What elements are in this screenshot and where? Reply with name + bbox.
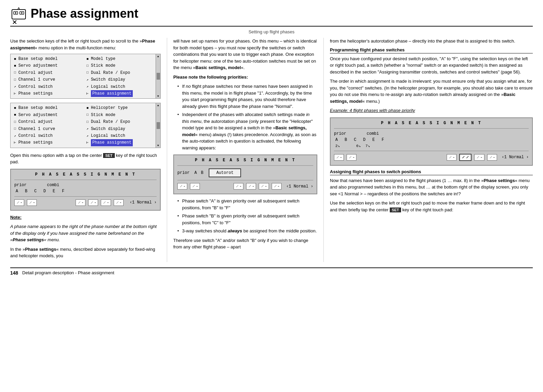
right-column: from the helicopter's autorotation phase… [323, 38, 533, 262]
num-6: 6↘ [356, 144, 361, 148]
nav-1-normal: ‹1 Normal › [130, 200, 157, 205]
letter-b-2: B [201, 170, 203, 175]
menu-icon: ■ [13, 64, 17, 68]
letter-a-2: A [194, 170, 197, 175]
prog-text-1: Once you have configured your desired sw… [330, 55, 533, 76]
menu-col-left-2: ■ Base setup model ■ Servo adjustment □ … [11, 103, 83, 147]
menu-row: □ Stick mode [85, 112, 154, 118]
menu-row: □ Channel 1 curve [13, 126, 81, 132]
switch-diag-5: ⟋- [101, 199, 111, 206]
page-number: 148 [10, 270, 18, 276]
scroll-up-arrow-2[interactable]: ▲ [157, 104, 159, 107]
prior-label-2: prior [177, 170, 190, 175]
menu-row: ⊢ Phase settings [13, 139, 81, 146]
combi-label-3: combi [367, 131, 379, 136]
phase-box-1: P H A S E A S S I G N M E N T prior comb… [10, 169, 161, 211]
phase-box-2: P H A S E A S S I G N M E N T prior A B … [173, 154, 317, 194]
letter-e-3: E [372, 137, 375, 142]
menu-icon: ⊢ [85, 140, 90, 145]
menu-icon: ↗ [13, 133, 17, 138]
phase-box-3: P H A S E A S S I G N M E N T prior comb… [330, 117, 533, 166]
divider-6 [334, 151, 529, 151]
menu-row: ⊢ Phase assignment [85, 90, 154, 97]
page: Phase assignment Setting up flight phase… [0, 0, 543, 282]
switch-diag-a2: ⟋- [190, 183, 200, 190]
conclusion-text: Therefore use switch "A" and/or switch "… [173, 237, 317, 250]
menu-icon: □ [85, 113, 90, 117]
subtitle: Setting up flight phases [10, 29, 533, 34]
prog-text-2: The order in which assignment is made is… [330, 78, 533, 104]
divider-3 [177, 165, 313, 166]
scroll-up-arrow[interactable]: ▲ [157, 55, 159, 58]
letter-b-3: B [345, 137, 347, 142]
page-header: Phase assignment [10, 7, 533, 27]
right-intro: from the helicopter's autorotation phase… [330, 38, 533, 45]
menu-row: ↗ Logical switch [85, 132, 154, 139]
num-7: 7↘ [365, 144, 370, 148]
middle-column: will have set up names for your phases. … [167, 38, 323, 262]
letter-e: E [53, 189, 55, 194]
page-footer: 148 Detail program description - Phase a… [10, 267, 533, 276]
scrollbar-thumb [157, 73, 160, 80]
divider [14, 180, 157, 180]
letter-f: F [62, 189, 64, 194]
menu-icon: □ [85, 64, 90, 68]
menu-row: ↗ Logical switch [85, 83, 154, 90]
main-columns: Use the selection keys of the left or ri… [10, 38, 533, 262]
set-badge: SET [103, 153, 114, 158]
menu-icon: ⊢ [13, 140, 17, 145]
svg-point-4 [21, 12, 22, 14]
phase-assignment-highlight: Phase assignment [91, 90, 133, 97]
phase-box-title-2: P H A S E A S S I G N M E N T [177, 158, 313, 163]
menu-icon: ↗ [85, 84, 90, 89]
scrollbar-2[interactable]: ▲ ▼ [156, 103, 160, 147]
scroll-down-arrow[interactable]: ▼ [157, 95, 159, 98]
mid-intro: will have set up names for your phases. … [173, 38, 317, 71]
menu-row: ■ Model type [85, 55, 154, 62]
priorities-list-2: Phase switch "A" is given priority over … [173, 198, 317, 234]
menu-icon: □ [13, 70, 17, 75]
menu-row: ↗ Control switch [13, 132, 81, 139]
menu-icon: ■ [13, 106, 17, 111]
switch-b3: ⟋- [447, 154, 457, 161]
menu-row: ■ Servo adjustment [13, 62, 81, 69]
menu-row: □ Control adjust [13, 69, 81, 76]
list-item-1: If no flight phase switches nor these na… [177, 83, 317, 110]
scrollbar-thumb-2 [157, 122, 160, 129]
switch-diag-3: ⟋- [76, 199, 85, 206]
menu-icon: □ [85, 70, 90, 75]
page-title: Phase assignment [31, 7, 138, 20]
prior-label: prior [14, 183, 27, 187]
switch-diag-6: ⟋- [114, 199, 124, 206]
list-item-5: 3-way switches should always be assigned… [177, 228, 317, 234]
switch-diag-4: ⟋- [88, 199, 98, 206]
menu-icon: ■ [13, 113, 17, 117]
note-section: Note: A phase name appears to the right … [10, 214, 161, 259]
menu-row: ■ Base setup model [13, 104, 81, 111]
menu-row: □ Dual Rate / Expo [85, 118, 154, 125]
letter-f-3: F [382, 137, 384, 142]
assign-text-2: Use the selection keys on the left or ri… [330, 200, 533, 213]
list-item-2: Independent of the phases with allocated… [177, 111, 317, 151]
letter-b: B [25, 189, 27, 194]
menu-row: ■ Base setup model [13, 55, 81, 62]
menu-row: □ Channel 1 curve [13, 76, 81, 83]
menu-icon: □ [85, 119, 90, 124]
scroll-down-arrow-2[interactable]: ▼ [157, 144, 159, 147]
phase-assignment-highlight-2: Phase assignment [91, 139, 133, 146]
intro-text: Use the selection keys of the left or ri… [10, 38, 161, 51]
prior-label-3: prior [334, 131, 346, 136]
menu-box-fixed-wing: ■ Base setup model ■ Servo adjustment □ … [10, 54, 161, 99]
phase-box-title-3: P H A S E A S S I G N M E N T [334, 121, 529, 126]
menu-col-right-2: ■ Helicopter type □ Stick mode □ Dual Ra… [83, 103, 156, 147]
menu-icon: ⊢ [85, 91, 90, 96]
menu-icon: □ [13, 127, 17, 131]
menu-row: ↗ Switch display [85, 76, 154, 83]
switch-b5: ⟋- [474, 154, 484, 161]
switch-b1: ⟋- [334, 154, 344, 161]
list-item-3: Phase switch "A" is given priority over … [177, 198, 317, 211]
letter-a-3: A [335, 137, 338, 142]
menu-row: □ Control adjust [13, 118, 81, 125]
note-text: A phase name appears to the right of the… [10, 223, 161, 243]
scrollbar-1[interactable]: ▲ ▼ [156, 54, 160, 98]
